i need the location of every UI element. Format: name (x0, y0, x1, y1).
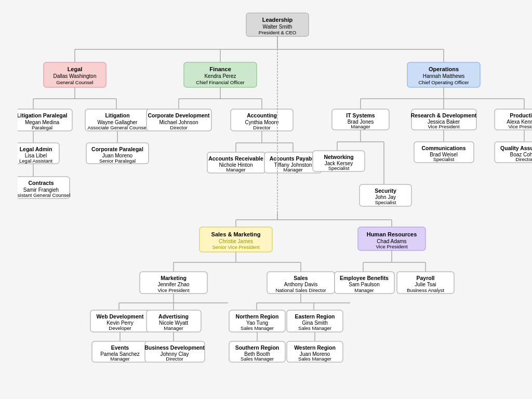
leadership-name: Walter Smith (263, 24, 292, 30)
org-chart-svg: Leadership Walter Smith President & CEO … (18, 8, 532, 382)
comms-title: Communications (421, 145, 466, 151)
accounting-title: Accounting (247, 112, 277, 118)
payroll-role: Business Analyst (407, 287, 444, 293)
southern-title: Southern Region (235, 344, 280, 351)
corp-paralegal-title: Corporate Paralegal (91, 146, 143, 152)
payroll-title: Payroll (416, 275, 434, 281)
operations-title: Operations (429, 66, 459, 72)
finance-role: Chief Financial Officer (196, 79, 244, 85)
advertising-role: Manager (164, 325, 183, 331)
rd-role: Vice President (428, 124, 459, 129)
western-role: Sales Manager (298, 356, 331, 362)
marketing-role: Vice President (157, 287, 189, 293)
it-role: Manager (351, 124, 370, 129)
legal-admin-role: Legal Assistant (19, 158, 52, 164)
legal-title: Legal (68, 66, 83, 72)
northern-title: Northern Region (236, 313, 279, 320)
accounting-role: Director (253, 125, 270, 130)
hr-role: Vice President (376, 244, 407, 249)
southern-role: Sales Manager (241, 356, 274, 362)
eastern-role: Sales Manager (298, 325, 331, 331)
ap-role: Manager (283, 167, 303, 172)
lit-paralegal-role: Paralegal (32, 125, 52, 130)
marketing-title: Marketing (161, 275, 187, 281)
qa-role: Director (515, 156, 532, 162)
sm-title: Sales & Marketing (211, 231, 261, 237)
leadership-role: President & CEO (259, 30, 296, 35)
events-role: Manager (110, 356, 130, 362)
eastern-title: Eastern Region (295, 313, 335, 320)
payroll-name: Julie Tsai (415, 282, 436, 287)
litigation-title: Litigation (105, 112, 129, 118)
corp-dev-title: Corporate Development (148, 112, 210, 118)
emp-benefits-role: Manager (354, 287, 374, 293)
corp-dev-role: Director (170, 125, 187, 130)
networking-role: Specialist (328, 165, 350, 171)
qa-title: Quality Assurance (500, 145, 532, 151)
networking-title: Networking (324, 154, 353, 160)
org-chart-container: Leadership Walter Smith President & CEO … (9, 0, 523, 399)
sales-role: National Sales Director (275, 287, 326, 293)
ap-title: Accounts Payable (270, 155, 317, 162)
sm-name: Christie James (219, 238, 253, 244)
hr-title: Human Resources (367, 231, 417, 237)
security-title: Security (375, 188, 396, 194)
events-title: Events (111, 344, 129, 351)
finance-name: Kendra Perez (204, 73, 236, 79)
finance-title: Finance (209, 66, 231, 72)
rd-title: Research & Development (411, 112, 477, 118)
advertising-title: Advertising (158, 313, 189, 320)
contracts-role: Assistant General Counsel (18, 192, 70, 198)
it-title: IT Systems (346, 112, 375, 118)
operations-name: Hannah Matthews (423, 73, 465, 79)
lit-paralegal-title: Litigation Paralegal (18, 112, 68, 118)
prod-title: Production (510, 112, 532, 118)
sm-role: Senior Vice President (212, 244, 260, 250)
marketing-name: Jennifer Zhao (157, 282, 190, 287)
legal-admin-title: Legal Admin (20, 146, 52, 152)
ar-role: Manager (226, 167, 246, 172)
sales-name: Anthony Davis (284, 282, 317, 287)
corp-paralegal-role: Senior Paralegal (99, 158, 136, 164)
legal-role: General Counsel (56, 79, 93, 85)
prod-role: Vice President (508, 124, 532, 129)
ar-title: Accounts Receivable (208, 155, 263, 162)
leadership-title: Leadership (262, 17, 293, 23)
northern-role: Sales Manager (241, 325, 274, 331)
western-title: Western Region (294, 344, 336, 351)
comms-role: Specialist (433, 156, 455, 162)
emp-benefits-name: Sam Paulson (349, 282, 379, 287)
operations-role: Chief Operating Officer (419, 79, 469, 85)
emp-benefits-title: Employee Benefits (340, 275, 389, 281)
web-dev-role: Developer (109, 325, 131, 331)
biz-dev-role: Director (166, 356, 183, 362)
web-dev-title: Web Development (97, 313, 144, 320)
litigation-role: Associate General Counsel (87, 125, 147, 130)
biz-dev-title: Business Development (144, 344, 205, 351)
security-role: Specialist (375, 200, 396, 205)
contracts-title: Contracts (28, 180, 54, 186)
sales-title: Sales (294, 275, 308, 281)
legal-name: Dallas Washington (53, 73, 96, 79)
